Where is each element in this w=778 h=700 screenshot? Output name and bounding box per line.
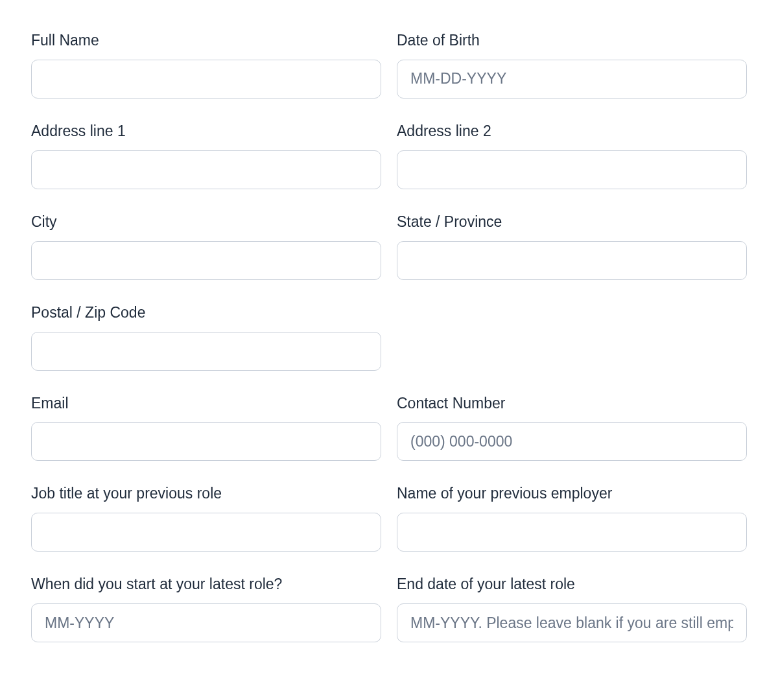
dob-field: Date of Birth <box>397 31 747 99</box>
address1-input[interactable] <box>31 150 381 189</box>
city-label: City <box>31 213 381 232</box>
phone-label: Contact Number <box>397 394 747 414</box>
postal-field: Postal / Zip Code <box>31 303 381 371</box>
phone-field: Contact Number <box>397 394 747 461</box>
state-label: State / Province <box>397 213 747 232</box>
email-input[interactable] <box>31 422 381 461</box>
address2-field: Address line 2 <box>397 122 747 189</box>
address2-label: Address line 2 <box>397 122 747 141</box>
address1-label: Address line 1 <box>31 122 381 141</box>
full-name-label: Full Name <box>31 31 381 51</box>
city-input[interactable] <box>31 241 381 280</box>
prev-employer-input[interactable] <box>397 513 747 552</box>
state-field: State / Province <box>397 213 747 280</box>
email-label: Email <box>31 394 381 414</box>
full-name-input[interactable] <box>31 60 381 99</box>
prev-job-title-field: Job title at your previous role <box>31 484 381 552</box>
phone-input[interactable] <box>397 422 747 461</box>
address1-field: Address line 1 <box>31 122 381 189</box>
start-date-label: When did you start at your latest role? <box>31 575 381 594</box>
end-date-input[interactable] <box>397 603 747 642</box>
start-date-field: When did you start at your latest role? <box>31 575 381 642</box>
email-field: Email <box>31 394 381 461</box>
prev-employer-field: Name of your previous employer <box>397 484 747 552</box>
city-field: City <box>31 213 381 280</box>
end-date-label: End date of your latest role <box>397 575 747 594</box>
prev-job-title-label: Job title at your previous role <box>31 484 381 504</box>
postal-input[interactable] <box>31 332 381 371</box>
address2-input[interactable] <box>397 150 747 189</box>
prev-employer-label: Name of your previous employer <box>397 484 747 504</box>
application-form: Full Name Date of Birth Address line 1 A… <box>31 31 747 642</box>
dob-label: Date of Birth <box>397 31 747 51</box>
dob-input[interactable] <box>397 60 747 99</box>
postal-spacer <box>397 303 747 371</box>
end-date-field: End date of your latest role <box>397 575 747 642</box>
prev-job-title-input[interactable] <box>31 513 381 552</box>
full-name-field: Full Name <box>31 31 381 99</box>
state-input[interactable] <box>397 241 747 280</box>
postal-label: Postal / Zip Code <box>31 303 381 323</box>
start-date-input[interactable] <box>31 603 381 642</box>
